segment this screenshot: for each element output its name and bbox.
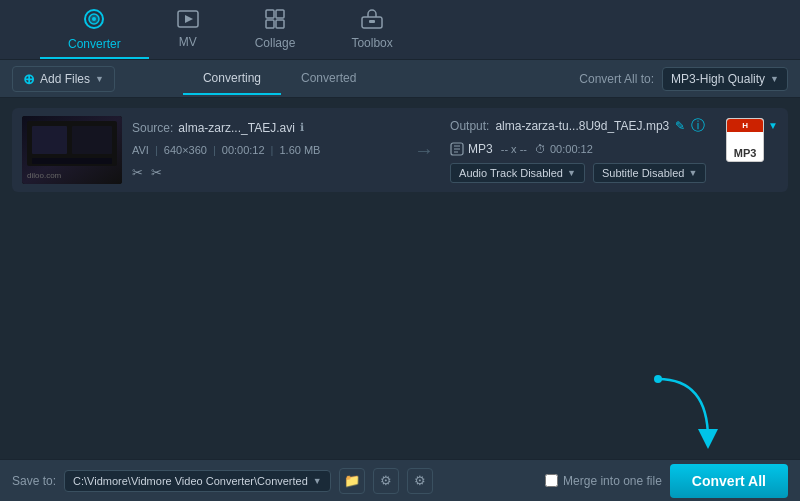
collage-label: Collage <box>255 36 296 50</box>
audio-track-label: Audio Track Disabled <box>459 167 563 179</box>
nav-item-collage[interactable]: Collage <box>227 0 324 59</box>
svg-rect-13 <box>72 126 112 154</box>
settings-icon: ⚙ <box>380 473 392 488</box>
svg-rect-9 <box>369 20 375 23</box>
settings-button[interactable]: ⚙ <box>373 468 399 494</box>
merge-checkbox[interactable] <box>545 474 558 487</box>
preferences-icon: ⚙ <box>414 473 426 488</box>
save-path-arrow: ▼ <box>313 476 322 486</box>
svg-rect-5 <box>276 10 284 18</box>
subtitle-arrow: ▼ <box>688 168 697 178</box>
converter-icon <box>83 8 105 33</box>
save-path-selector[interactable]: C:\Vidmore\Vidmore Video Converter\Conve… <box>64 470 331 492</box>
folder-icon: 📁 <box>344 473 360 488</box>
output-duration: ⏱ 00:00:12 <box>535 143 593 155</box>
tab-group: Converting Converted <box>183 63 376 95</box>
nav-item-converter[interactable]: Converter <box>40 0 149 59</box>
svg-rect-6 <box>266 20 274 28</box>
format-value: MP3-High Quality <box>671 72 765 86</box>
add-files-button[interactable]: ⊕ Add Files ▼ <box>12 66 115 92</box>
format-icon-col: H MP3 ▼ <box>726 116 778 184</box>
source-filename: alma-zarz..._TAEJ.avi <box>178 121 294 135</box>
preferences-button[interactable]: ⚙ <box>407 468 433 494</box>
merge-label: Merge into one file <box>563 474 662 488</box>
nav-item-toolbox[interactable]: Toolbox <box>323 0 420 59</box>
toolbox-icon <box>361 9 383 32</box>
svg-point-2 <box>92 17 96 21</box>
edit-output-icon[interactable]: ✎ <box>675 119 685 133</box>
subtitle-dropdown[interactable]: Subtitle Disabled ▼ <box>593 163 706 183</box>
mv-label: MV <box>179 35 197 49</box>
output-format-badge: MP3 <box>450 142 493 156</box>
trim-icon[interactable]: ✂ <box>132 165 143 180</box>
file-duration: 00:00:12 <box>222 144 265 156</box>
convert-all-label: Convert All to: <box>579 72 654 86</box>
file-size: 1.60 MB <box>279 144 320 156</box>
teal-arrow-pointer <box>648 369 718 449</box>
save-path-value: C:\Vidmore\Vidmore Video Converter\Conve… <box>73 475 308 487</box>
svg-rect-4 <box>266 10 274 18</box>
merge-checkbox-area: Merge into one file <box>545 474 662 488</box>
files-area: diloo.com Source: alma-zarz..._TAEJ.avi … <box>0 98 800 202</box>
file-meta: AVI | 640×360 | 00:00:12 | 1.60 MB <box>132 144 398 156</box>
file-info: Source: alma-zarz..._TAEJ.avi ℹ AVI | 64… <box>132 116 398 184</box>
toolbox-label: Toolbox <box>351 36 392 50</box>
format-icon-badge: H <box>727 119 763 132</box>
convert-arrow: → <box>408 116 440 184</box>
audio-track-dropdown[interactable]: Audio Track Disabled ▼ <box>450 163 585 183</box>
toolbar: ⊕ Add Files ▼ Converting Converted Conve… <box>0 60 800 98</box>
output-resolution: -- x -- <box>501 143 527 155</box>
save-label: Save to: <box>12 474 56 488</box>
tab-converting[interactable]: Converting <box>183 63 281 95</box>
svg-rect-14 <box>32 158 112 164</box>
collage-icon <box>265 9 285 32</box>
file-actions: ✂ ✂ <box>132 165 398 180</box>
output-filename: alma-zarza-tu...8U9d_TAEJ.mp3 <box>495 119 669 133</box>
source-info-icon[interactable]: ℹ <box>300 121 304 134</box>
open-folder-button[interactable]: 📁 <box>339 468 365 494</box>
format-dropdown-arrow: ▼ <box>770 74 779 84</box>
format-selector[interactable]: MP3-High Quality ▼ <box>662 67 788 91</box>
file-resolution: 640×360 <box>164 144 207 156</box>
subtitle-label: Subtitle Disabled <box>602 167 685 179</box>
convert-all-button[interactable]: Convert All <box>670 464 788 498</box>
tab-converted[interactable]: Converted <box>281 63 376 95</box>
nav-item-mv[interactable]: MV <box>149 0 227 59</box>
file-format: AVI <box>132 144 149 156</box>
thumbnail-watermark: diloo.com <box>27 171 61 180</box>
audio-track-arrow: ▼ <box>567 168 576 178</box>
cut-icon[interactable]: ✂ <box>151 165 162 180</box>
converter-label: Converter <box>68 37 121 51</box>
bottom-bar: Save to: C:\Vidmore\Vidmore Video Conver… <box>0 459 800 501</box>
format-icon-box: H MP3 <box>726 118 764 162</box>
format-icon-label: MP3 <box>734 147 757 159</box>
source-label: Source: <box>132 121 173 135</box>
top-navigation: Converter MV Collage <box>0 0 800 60</box>
output-format-label: MP3 <box>468 142 493 156</box>
video-thumbnail: diloo.com <box>22 116 122 184</box>
add-files-label: Add Files <box>40 72 90 86</box>
output-label: Output: <box>450 119 489 133</box>
file-row: diloo.com Source: alma-zarz..._TAEJ.avi … <box>12 108 788 192</box>
svg-point-16 <box>654 375 662 383</box>
output-section: Output: alma-zarza-tu...8U9d_TAEJ.mp3 ✎ … <box>450 116 716 184</box>
add-files-dropdown-arrow: ▼ <box>95 74 104 84</box>
svg-rect-7 <box>276 20 284 28</box>
format-change-icon[interactable]: ▼ <box>768 120 778 131</box>
plus-icon: ⊕ <box>23 71 35 87</box>
svg-rect-12 <box>32 126 67 154</box>
mv-icon <box>177 10 199 31</box>
output-info-icon[interactable]: ⓘ <box>691 117 705 135</box>
